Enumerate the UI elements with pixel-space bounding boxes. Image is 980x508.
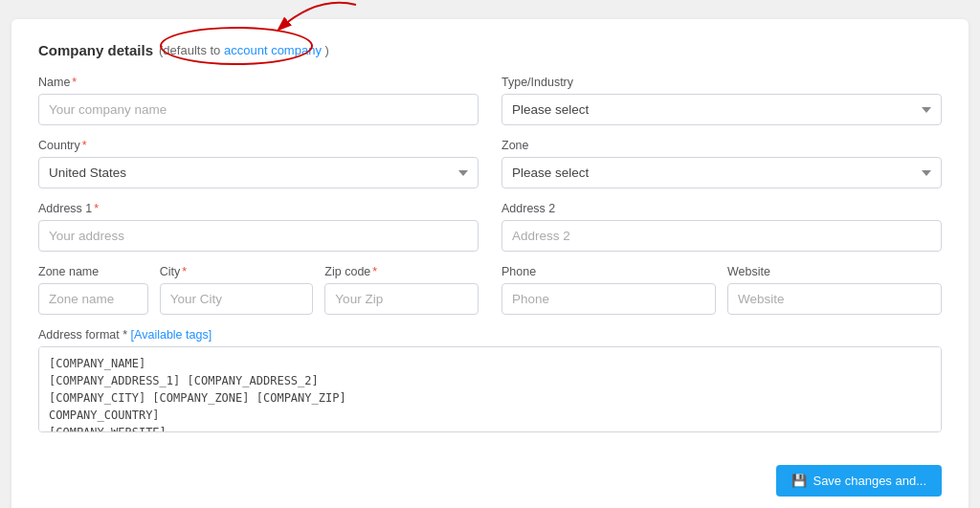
available-tags-link[interactable]: [Available tags] [131,328,212,342]
website-label: Website [727,265,942,278]
section-title-text: Company details [38,42,153,58]
zone-name-input[interactable] [38,283,148,315]
phone-website-group: Phone Website [501,265,942,315]
type-industry-group: Type/Industry Please select [501,76,942,125]
country-select[interactable]: United States [38,157,479,188]
name-group: Name* [38,76,479,125]
city-group: City* [160,265,314,315]
zone-city-zip-group: Zone name City* Zip code* [38,265,479,315]
save-button[interactable]: 💾 Save changes and... [776,465,942,497]
save-label: Save changes and... [813,474,926,488]
zip-input[interactable] [324,283,479,315]
defaults-text: (defaults to account company ) [159,43,329,57]
address1-group: Address 1* [38,202,479,252]
name-label: Name* [38,76,479,89]
save-icon: 💾 [791,474,807,488]
zone-group: Zone Please select [501,139,942,188]
city-label: City* [160,265,314,278]
name-input[interactable] [38,94,479,125]
website-group: Website [727,265,942,315]
row-location-contact: Zone name City* Zip code* Phone [38,265,942,315]
zip-label: Zip code* [324,265,479,278]
row-country-zone: Country* United States Zone Please selec… [38,139,942,188]
type-industry-label: Type/Industry [501,76,942,89]
footer-bar: 💾 Save changes and... [38,455,942,497]
address1-label: Address 1* [38,202,479,215]
row-name-industry: Name* Type/Industry Please select [38,76,942,125]
address2-label: Address 2 [501,202,942,215]
phone-label: Phone [501,265,716,278]
zone-label: Zone [501,139,942,152]
country-group: Country* United States [38,139,479,188]
city-input[interactable] [160,283,314,315]
section-title: Company details (defaults to account com… [38,42,942,58]
address-format-textarea[interactable]: [COMPANY_NAME] [COMPANY_ADDRESS_1] [COMP… [38,346,942,432]
company-details-card: Company details (defaults to account com… [11,19,969,508]
address-format-section: Address format * [Available tags] [COMPA… [38,328,942,436]
zone-name-label: Zone name [38,265,148,278]
website-input[interactable] [727,283,942,315]
row-addresses: Address 1* Address 2 [38,202,942,252]
zone-name-group: Zone name [38,265,148,315]
account-company-link[interactable]: account company [224,43,322,57]
zone-select[interactable]: Please select [501,157,942,188]
country-label: Country* [38,139,479,152]
address-format-wrap: [COMPANY_NAME] [COMPANY_ADDRESS_1] [COMP… [38,346,942,436]
address-format-label-row: Address format * [Available tags] [38,328,942,342]
phone-group: Phone [501,265,716,315]
address1-input[interactable] [38,220,479,252]
address2-input[interactable] [501,220,942,252]
zip-group: Zip code* [324,265,479,315]
type-industry-select[interactable]: Please select [501,94,942,125]
phone-input[interactable] [501,283,716,315]
address2-group: Address 2 [501,202,942,252]
